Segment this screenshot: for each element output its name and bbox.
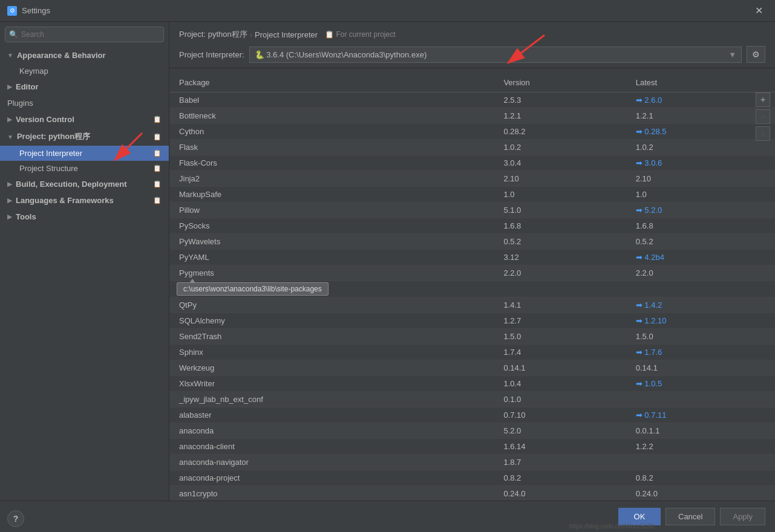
sidebar-item-version-control[interactable]: ▶ Version Control 📋 — [0, 111, 169, 128]
table-row[interactable]: anaconda-client1.6.141.2.2 — [169, 439, 775, 455]
content-area: Project: python程序 › Project Interpreter … — [169, 22, 775, 501]
package-version: 1.0.2 — [496, 140, 628, 155]
sidebar-item-keymap[interactable]: Keymap — [0, 63, 169, 79]
cancel-button[interactable]: Cancel — [665, 508, 715, 525]
package-version: 1.0.4 — [496, 376, 628, 392]
package-name: Babel — [169, 92, 496, 108]
table-row[interactable]: PyYAML3.12➡ 4.2b4 — [169, 250, 775, 265]
sidebar-label-project-interpreter: Project Interpreter — [19, 149, 82, 158]
sidebar-item-project-interpreter[interactable]: Project Interpreter 📋 — [0, 146, 169, 161]
package-latest: ➡ 0.28.5 — [629, 124, 775, 140]
table-row[interactable]: Jinja22.102.10 — [169, 171, 775, 187]
package-latest: 2.10 — [629, 171, 775, 187]
package-version: 0.8.2 — [496, 470, 628, 486]
close-button[interactable]: ✕ — [750, 2, 768, 19]
copy-icon-structure: 📋 — [153, 164, 162, 172]
package-version: 1.5.0 — [496, 329, 628, 345]
sidebar-label-project: Project: python程序 — [17, 131, 90, 142]
watermark: https://blog.csdn.net/Wonz5130 — [569, 523, 654, 530]
sidebar-label-languages: Languages & Frameworks — [16, 196, 114, 205]
table-row[interactable]: PyWavelets0.5.20.5.2 — [169, 234, 775, 250]
table-row[interactable]: anaconda-navigator1.8.7 — [169, 455, 775, 470]
package-name: XlsxWriter — [169, 376, 496, 392]
interpreter-row: Project Interpreter: 🐍 3.6.4 (C:\Users\W… — [179, 46, 765, 63]
search-box[interactable]: 🔍 — [5, 27, 164, 42]
table-row[interactable]: Werkzeug0.14.10.14.1 — [169, 360, 775, 376]
package-name: anaconda-navigator — [169, 455, 496, 470]
table-row[interactable]: Send2Trash1.5.01.5.0 — [169, 329, 775, 345]
add-package-button[interactable]: ＋ — [756, 92, 770, 107]
package-name: Flask-Cors — [169, 155, 496, 171]
sidebar-item-build[interactable]: ▶ Build, Execution, Deployment 📋 — [0, 176, 169, 192]
package-latest: ➡ 5.2.0 — [629, 203, 775, 218]
interpreter-settings-button[interactable]: ⚙ — [747, 46, 765, 63]
table-row[interactable]: asn1crypto0.24.00.24.0 — [169, 486, 775, 501]
sidebar-label-tools: Tools — [16, 212, 36, 221]
package-name: Bottleneck — [169, 108, 496, 124]
expand-arrow-icon-vc: ▶ — [7, 116, 12, 123]
help-button[interactable]: ? — [7, 510, 24, 527]
package-name: anaconda-project — [169, 470, 496, 486]
package-version: 2.10 — [496, 171, 628, 187]
interpreter-select-wrapper[interactable]: 🐍 3.6.4 (C:\Users\Wonz\Anaconda3\python.… — [249, 47, 742, 63]
table-row[interactable]: Pygments2.2.02.2.0 — [169, 265, 775, 281]
sidebar-label-keymap: Keymap — [19, 66, 48, 76]
package-latest: ➡ 1.0.5 — [629, 376, 775, 392]
tooltip-bubble: c:\users\wonz\anaconda3\lib\site-package… — [177, 282, 329, 296]
remove-package-button[interactable]: − — [756, 109, 770, 124]
table-row[interactable]: alabaster0.7.10➡ 0.7.11 — [169, 407, 775, 423]
package-name: anaconda-client — [169, 439, 496, 455]
table-row[interactable]: Cython0.28.2➡ 0.28.5 — [169, 124, 775, 140]
table-row[interactable]: Pillow5.1.0➡ 5.2.0 — [169, 203, 775, 218]
upgrade-package-button[interactable]: ↑ — [756, 126, 770, 141]
col-version[interactable]: Version — [496, 73, 628, 92]
copy-icon-build: 📋 — [153, 180, 162, 188]
package-name: Send2Trash — [169, 329, 496, 345]
sidebar-item-appearance[interactable]: ▼ Appearance & Behavior — [0, 47, 169, 63]
package-version: 1.0 — [496, 187, 628, 203]
table-row[interactable]: Bottleneck1.2.11.2.1 — [169, 108, 775, 124]
package-latest: 0.24.0 — [629, 486, 775, 501]
table-row[interactable]: Sphinx1.7.4➡ 1.7.6 — [169, 345, 775, 360]
package-version: 0.14.1 — [496, 360, 628, 376]
interpreter-select[interactable]: 🐍 3.6.4 (C:\Users\Wonz\Anaconda3\python.… — [249, 47, 742, 63]
expand-arrow-icon-tools: ▶ — [7, 213, 12, 220]
table-row[interactable]: _ipyw_jlab_nb_ext_conf0.1.0 — [169, 392, 775, 407]
sidebar-item-plugins[interactable]: Plugins — [0, 95, 169, 111]
sidebar-item-languages[interactable]: ▶ Languages & Frameworks 📋 — [0, 192, 169, 209]
package-latest: 1.0.2 — [629, 140, 775, 155]
package-version: 3.0.4 — [496, 155, 628, 171]
table-row[interactable]: anaconda-project0.8.20.8.2 — [169, 470, 775, 486]
package-name: MarkupSafe — [169, 187, 496, 203]
table-row[interactable]: PySocks1.6.81.6.8 — [169, 218, 775, 234]
package-latest: 0.14.1 — [629, 360, 775, 376]
table-row[interactable]: MarkupSafe1.01.0 — [169, 187, 775, 203]
sidebar-item-tools[interactable]: ▶ Tools — [0, 209, 169, 225]
expand-arrow-icon-lang: ▶ — [7, 197, 12, 204]
sidebar-item-project[interactable]: ▼ Project: python程序 📋 — [0, 128, 169, 146]
package-version: 1.2.1 — [496, 108, 628, 124]
table-row[interactable]: Flask-Cors3.0.4➡ 3.0.6 — [169, 155, 775, 171]
package-name: Pygments — [169, 265, 496, 281]
col-package[interactable]: Package — [169, 73, 496, 92]
package-latest: 0.5.2 — [629, 234, 775, 250]
sidebar-label-vc: Version Control — [16, 115, 74, 124]
col-latest[interactable]: Latest — [629, 73, 775, 92]
content-header: Project: python程序 › Project Interpreter … — [169, 22, 775, 68]
table-wrapper[interactable]: Package Version Latest Babel2.5.3➡ 2.6.0… — [169, 73, 775, 501]
package-latest: 2.2.0 — [629, 265, 775, 281]
table-row[interactable]: Babel2.5.3➡ 2.6.0 — [169, 92, 775, 108]
table-row[interactable]: anaconda5.2.00.0.1.1 — [169, 423, 775, 439]
package-version: 1.6.8 — [496, 218, 628, 234]
expand-arrow-icon: ▼ — [7, 52, 13, 59]
copy-icon-interpreter: 📋 — [153, 149, 162, 157]
table-row[interactable]: Flask1.0.21.0.2 — [169, 140, 775, 155]
package-name: PyYAML — [169, 250, 496, 265]
sidebar-item-editor[interactable]: ▶ Editor — [0, 79, 169, 95]
table-row[interactable]: XlsxWriter1.0.4➡ 1.0.5 — [169, 376, 775, 392]
search-input[interactable] — [5, 27, 164, 42]
table-row[interactable]: QtPy1.4.1➡ 1.4.2 — [169, 297, 775, 313]
table-row[interactable]: SQLAlchemy1.2.7➡ 1.2.10 — [169, 313, 775, 329]
sidebar-item-project-structure[interactable]: Project Structure 📋 — [0, 161, 169, 176]
apply-button[interactable]: Apply — [720, 508, 765, 525]
